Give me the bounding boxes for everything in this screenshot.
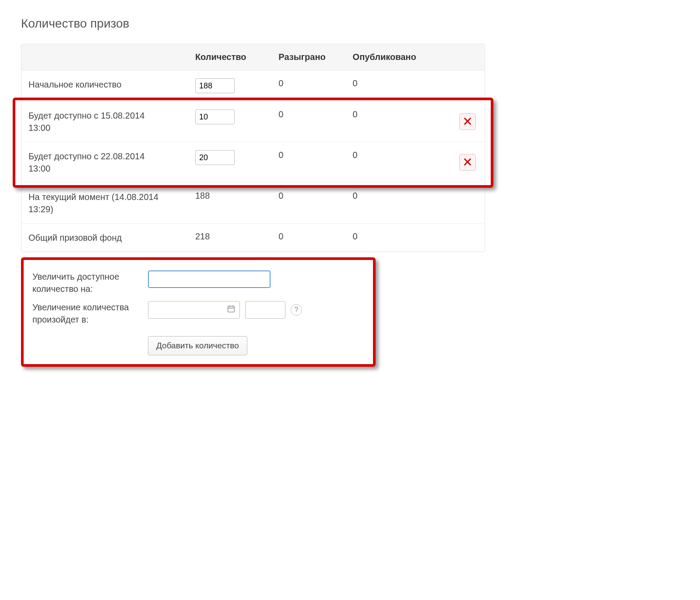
col-header-label — [21, 44, 188, 70]
row-label: Начальное количество — [28, 78, 169, 91]
table-row: На текущий момент (14.08.2014 13:29) 188… — [21, 183, 485, 224]
schedule-date-input[interactable] — [148, 301, 240, 319]
section-title: Количество призов — [21, 17, 679, 31]
table-row: Будет доступно с 22.08.2014 13:00 0 0 — [21, 142, 485, 183]
row-published: 0 — [346, 142, 448, 183]
row-drawn: 0 — [271, 224, 345, 252]
close-icon — [463, 157, 472, 168]
row-drawn: 0 — [271, 102, 345, 142]
row-published: 0 — [346, 102, 448, 142]
increase-qty-input[interactable] — [148, 270, 271, 288]
row-drawn: 0 — [271, 142, 345, 183]
qty-input[interactable] — [195, 109, 235, 124]
schedule-time-input[interactable] — [245, 301, 285, 319]
delete-row-button[interactable] — [459, 154, 476, 171]
row-label: Будет доступно с 15.08.2014 13:00 — [28, 109, 169, 134]
close-icon — [463, 116, 472, 127]
table-row: Будет доступно с 15.08.2014 13:00 0 0 — [21, 102, 485, 142]
row-qty: 218 — [188, 224, 271, 252]
row-published: 0 — [346, 70, 448, 102]
col-header-qty: Количество — [188, 44, 271, 70]
row-qty: 188 — [188, 183, 271, 224]
qty-input[interactable] — [195, 78, 235, 93]
schedule-label: Увеличение количества произойдет в: — [32, 301, 137, 326]
highlight-callout-form: Увеличить доступное количество на: Увели… — [21, 257, 376, 367]
row-drawn: 0 — [271, 70, 345, 102]
col-header-action — [447, 44, 485, 70]
row-label: Общий призовой фонд — [28, 232, 169, 244]
col-header-published: Опубликовано — [346, 44, 448, 70]
prize-table: Количество Разыграно Опубликовано Началь… — [21, 44, 485, 252]
row-published: 0 — [346, 224, 448, 252]
col-header-drawn: Разыграно — [271, 44, 345, 70]
add-quantity-button[interactable]: Добавить количество — [148, 336, 247, 355]
row-published: 0 — [346, 183, 448, 224]
help-icon[interactable]: ? — [291, 304, 302, 316]
qty-input[interactable] — [195, 150, 235, 165]
increase-qty-label: Увеличить доступное количество на: — [32, 270, 137, 295]
table-row: Начальное количество 0 0 — [21, 70, 485, 102]
row-drawn: 0 — [271, 183, 345, 224]
row-label: На текущий момент (14.08.2014 13:29) — [28, 191, 169, 215]
table-row: Общий призовой фонд 218 0 0 — [21, 224, 485, 252]
delete-row-button[interactable] — [459, 113, 476, 130]
row-label: Будет доступно с 22.08.2014 13:00 — [28, 150, 169, 175]
